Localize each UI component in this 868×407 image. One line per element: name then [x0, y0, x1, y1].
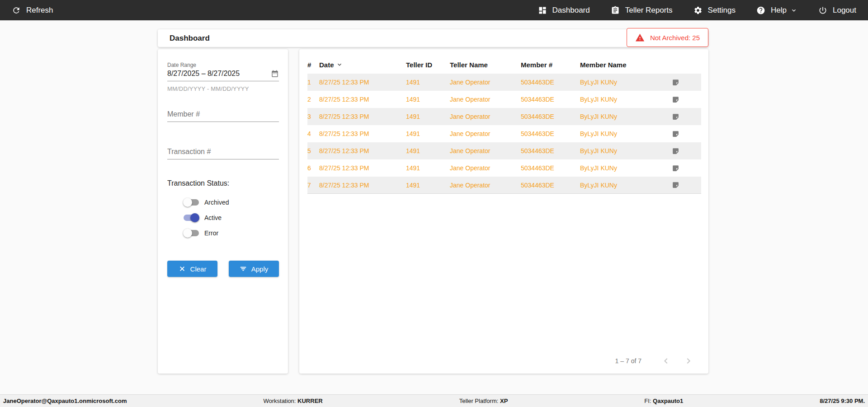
active-switch[interactable]: [184, 215, 199, 221]
nav-dashboard[interactable]: Dashboard: [538, 6, 590, 15]
nav-teller-reports-label: Teller Reports: [625, 6, 673, 15]
col-header-member-name[interactable]: Member Name: [580, 61, 672, 69]
nav-settings[interactable]: Settings: [693, 6, 736, 15]
nav-help[interactable]: Help: [756, 6, 797, 15]
footer-datetime: 8/27/25 9:30 PM.: [820, 398, 865, 404]
sort-desc-icon: [336, 61, 343, 68]
col-header-teller-name[interactable]: Teller Name: [450, 61, 521, 69]
note-icon[interactable]: [672, 79, 701, 86]
row-member-num: 5034463DE: [521, 164, 580, 172]
clipboard-icon: [611, 6, 620, 15]
table-row[interactable]: 4 8/27/25 12:33 PM 1491 Jane Operator 50…: [307, 125, 701, 142]
help-icon: [756, 6, 765, 15]
page-title: Dashboard: [170, 34, 210, 43]
date-range-label: Date Range: [167, 62, 279, 68]
row-member-name: ByLyJI KUNy: [580, 79, 672, 86]
chevron-down-icon: [792, 7, 797, 14]
transaction-number-field[interactable]: Transaction #: [167, 148, 279, 159]
row-member-num: 5034463DE: [521, 182, 580, 189]
row-number: 4: [307, 130, 319, 137]
nav-dashboard-label: Dashboard: [552, 6, 590, 15]
table-row[interactable]: 2 8/27/25 12:33 PM 1491 Jane Operator 50…: [307, 91, 701, 108]
gear-icon: [693, 6, 703, 15]
table-row[interactable]: 5 8/27/25 12:33 PM 1491 Jane Operator 50…: [307, 142, 701, 159]
footer-user: JaneOperator@Qaxpauto1.onmicrosoft.com: [3, 398, 127, 404]
row-date: 8/27/25 12:33 PM: [319, 96, 406, 103]
row-date: 8/27/25 12:33 PM: [319, 182, 406, 189]
row-date: 8/27/25 12:33 PM: [319, 147, 406, 154]
row-member-name: ByLyJI KUNy: [580, 113, 672, 120]
row-teller-name: Jane Operator: [450, 164, 521, 172]
nav-logout[interactable]: Logout: [818, 6, 856, 15]
calendar-icon[interactable]: [271, 70, 279, 78]
not-archived-badge[interactable]: Not Archived: 25: [627, 28, 708, 47]
toggle-active[interactable]: Active: [184, 210, 279, 225]
row-member-num: 5034463DE: [521, 113, 580, 120]
col-header-member-num[interactable]: Member #: [521, 61, 580, 69]
apply-button[interactable]: Apply: [229, 261, 279, 277]
filter-panel: Date Range 8/27/2025 – 8/27/2025 MM/DD/Y…: [158, 49, 288, 374]
row-teller-id: 1491: [406, 113, 450, 120]
toggle-error[interactable]: Error: [184, 225, 279, 241]
row-number: 5: [307, 147, 319, 154]
header-row: Dashboard Not Archived: 25: [158, 29, 708, 47]
table-row[interactable]: 3 8/27/25 12:33 PM 1491 Jane Operator 50…: [307, 108, 701, 125]
row-teller-id: 1491: [406, 79, 450, 86]
error-switch[interactable]: [184, 230, 199, 236]
nav-settings-label: Settings: [708, 6, 736, 15]
row-member-name: ByLyJI KUNy: [580, 96, 672, 103]
archived-toggle-label: Archived: [204, 199, 229, 206]
refresh-label: Refresh: [26, 6, 53, 15]
row-number: 7: [307, 182, 319, 189]
col-header-teller-id[interactable]: Teller ID: [406, 61, 450, 69]
toggle-archived[interactable]: Archived: [184, 195, 279, 210]
title-card: Dashboard: [158, 29, 708, 47]
row-number: 1: [307, 79, 319, 86]
col-header-date[interactable]: Date: [319, 61, 406, 69]
row-teller-name: Jane Operator: [450, 79, 521, 86]
row-number: 2: [307, 96, 319, 103]
date-format-helper: MM/DD/YYYY - MM/DD/YYYY: [167, 85, 279, 92]
note-icon[interactable]: [672, 164, 701, 172]
member-number-field[interactable]: Member #: [167, 110, 279, 122]
nav-logout-label: Logout: [833, 6, 856, 15]
footer-workstation: Workstation: KURRER: [263, 398, 322, 404]
note-icon[interactable]: [672, 130, 701, 138]
previous-page-button[interactable]: [660, 356, 671, 366]
row-teller-name: Jane Operator: [450, 96, 521, 103]
member-number-placeholder: Member #: [167, 110, 279, 118]
table-header-row: # Date Teller ID Teller Name Member # Me…: [307, 56, 701, 74]
row-teller-id: 1491: [406, 164, 450, 172]
transaction-number-placeholder: Transaction #: [167, 148, 279, 156]
refresh-button[interactable]: Refresh: [12, 6, 53, 15]
not-archived-label: Not Archived: 25: [650, 34, 700, 42]
table-row[interactable]: 1 8/27/25 12:33 PM 1491 Jane Operator 50…: [307, 74, 701, 91]
footer-platform: Teller Platform: XP: [459, 398, 508, 404]
nav-teller-reports[interactable]: Teller Reports: [611, 6, 673, 15]
clear-button[interactable]: Clear: [167, 261, 217, 277]
row-member-name: ByLyJI KUNy: [580, 130, 672, 137]
row-date: 8/27/25 12:33 PM: [319, 164, 406, 172]
row-teller-name: Jane Operator: [450, 130, 521, 137]
note-icon[interactable]: [672, 181, 701, 189]
next-page-button[interactable]: [683, 356, 694, 366]
note-icon[interactable]: [672, 96, 701, 103]
row-teller-id: 1491: [406, 130, 450, 137]
date-range-input[interactable]: 8/27/2025 – 8/27/2025: [167, 70, 271, 78]
navbar-right: Dashboard Teller Reports Settings Help: [538, 6, 856, 15]
table-row[interactable]: 7 8/27/25 12:33 PM 1491 Jane Operator 50…: [307, 177, 701, 194]
row-member-num: 5034463DE: [521, 147, 580, 154]
results-table-card: # Date Teller ID Teller Name Member # Me…: [299, 49, 708, 374]
row-number: 6: [307, 164, 319, 172]
row-date: 8/27/25 12:33 PM: [319, 113, 406, 120]
clear-button-label: Clear: [190, 265, 207, 273]
note-icon[interactable]: [672, 113, 701, 121]
archived-switch[interactable]: [184, 199, 199, 206]
note-icon[interactable]: [672, 147, 701, 155]
row-member-name: ByLyJI KUNy: [580, 147, 672, 154]
row-teller-id: 1491: [406, 147, 450, 154]
table-row[interactable]: 6 8/27/25 12:33 PM 1491 Jane Operator 50…: [307, 159, 701, 177]
dashboard-icon: [538, 6, 547, 15]
paginator: 1 – 7 of 7: [615, 356, 694, 366]
col-header-num[interactable]: #: [307, 61, 319, 69]
